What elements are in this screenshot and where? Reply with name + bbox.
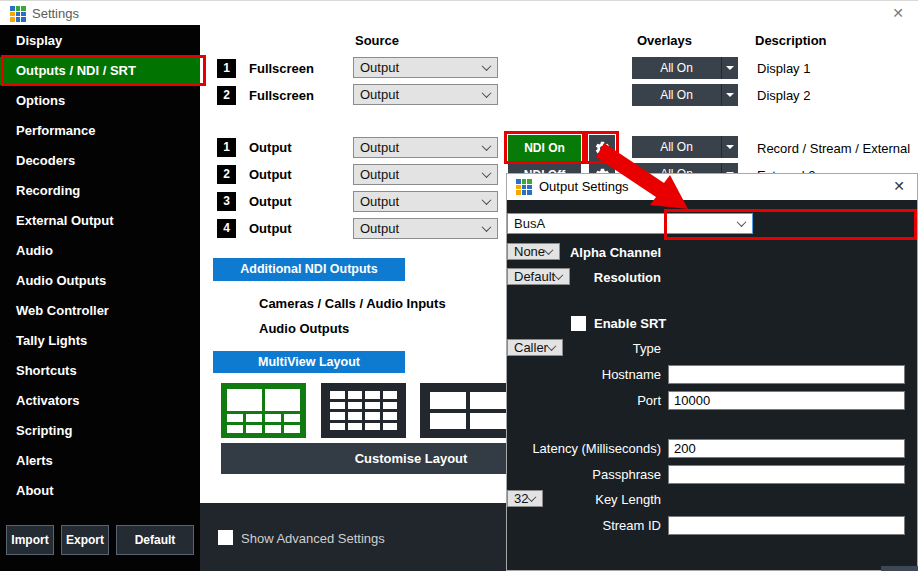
source-select-value: Output: [360, 140, 399, 155]
source-column-header: Source: [355, 33, 399, 48]
row-label: Fullscreen: [249, 61, 314, 76]
row-number-badge: 4: [217, 219, 236, 238]
window-title: Settings: [32, 6, 79, 21]
source-select-value: Output: [360, 194, 399, 209]
row-label: Fullscreen: [249, 88, 314, 103]
sidebar-item-audio[interactable]: Audio: [0, 237, 200, 265]
stream-id-label: Stream ID: [507, 518, 661, 533]
row-label: Output: [249, 221, 292, 236]
output-settings-gear-button[interactable]: [589, 135, 615, 161]
show-advanced-settings-checkbox[interactable]: [218, 530, 233, 545]
sidebar-item-scripting[interactable]: Scripting: [0, 417, 200, 445]
sidebar-item-web-controller[interactable]: Web Controller: [0, 297, 200, 325]
sidebar-item-shortcuts[interactable]: Shortcuts: [0, 357, 200, 385]
alpha-channel-select[interactable]: None: [507, 243, 560, 260]
show-advanced-settings-label: Show Advanced Settings: [241, 531, 385, 546]
ok-button-partial[interactable]: [881, 566, 918, 571]
sidebar-item-decoders[interactable]: Decoders: [0, 147, 200, 175]
export-button[interactable]: Export: [61, 525, 109, 555]
source-select[interactable]: Output: [353, 164, 498, 185]
enable-srt-checkbox[interactable]: [571, 316, 586, 331]
row-number-badge: 3: [217, 192, 236, 211]
sidebar-item-alerts[interactable]: Alerts: [0, 447, 200, 475]
sidebar-item-performance[interactable]: Performance: [0, 117, 200, 145]
hostname-label: Hostname: [507, 367, 661, 382]
settings-sidebar: Display Outputs / NDI / SRT Options Perf…: [0, 25, 200, 571]
overlay-button[interactable]: All On: [632, 84, 738, 106]
sidebar-item-audio-outputs[interactable]: Audio Outputs: [0, 267, 200, 295]
sidebar-item-external-output[interactable]: External Output: [0, 207, 200, 235]
chevron-down-icon: [482, 168, 492, 178]
chevron-down-icon: [554, 270, 564, 280]
key-length-select[interactable]: 32: [507, 490, 543, 507]
srt-type-select[interactable]: Caller: [507, 339, 563, 356]
dropdown-arrow-icon[interactable]: [721, 136, 738, 158]
ndi-on-button[interactable]: NDI On: [508, 135, 581, 161]
audio-channels-select[interactable]: BusA: [507, 213, 753, 234]
multiview-layout-thumbnail-selected[interactable]: [221, 383, 306, 438]
multiview-layout-thumbnail-quad[interactable]: [420, 383, 516, 438]
close-icon[interactable]: ✕: [893, 178, 905, 194]
sidebar-item-tally-lights[interactable]: Tally Lights: [0, 327, 200, 355]
source-select[interactable]: Output: [353, 84, 498, 105]
source-select-value: Output: [360, 167, 399, 182]
resolution-select[interactable]: Default: [507, 268, 570, 285]
latency-label: Latency (Milliseconds): [507, 441, 661, 456]
row-label: Output: [249, 194, 292, 209]
audio-outputs-label: Audio Outputs: [259, 321, 349, 336]
chevron-down-icon: [527, 492, 537, 502]
key-length-value: 32: [514, 491, 528, 506]
stream-id-input[interactable]: [668, 516, 905, 535]
fullscreen-row-1: 1 Fullscreen Output All On Display 1: [200, 56, 918, 84]
row-description: Display 1: [757, 61, 810, 76]
multiview-layout-button[interactable]: MultiView Layout: [213, 351, 405, 373]
sidebar-item-display[interactable]: Display: [0, 27, 200, 55]
vmix-logo-icon: [10, 6, 26, 22]
import-button[interactable]: Import: [6, 525, 54, 555]
close-icon[interactable]: ✕: [892, 5, 904, 21]
port-input[interactable]: [668, 391, 905, 410]
source-select[interactable]: Output: [353, 191, 498, 212]
overlay-button-label: All On: [632, 84, 721, 106]
cameras-calls-audio-inputs-label: Cameras / Calls / Audio Inputs: [259, 296, 446, 311]
dropdown-arrow-icon[interactable]: [721, 57, 738, 79]
source-select-value: Output: [360, 87, 399, 102]
sidebar-item-about[interactable]: About: [0, 477, 200, 505]
sidebar-item-recording[interactable]: Recording: [0, 177, 200, 205]
output-settings-dialog: Output Settings ✕ Audio Channels BusA Al…: [506, 173, 918, 571]
latency-input[interactable]: [668, 439, 905, 458]
window-titlebar: Settings ✕: [0, 0, 918, 25]
passphrase-input[interactable]: [668, 465, 905, 484]
chevron-down-icon: [482, 141, 492, 151]
sidebar-item-options[interactable]: Options: [0, 87, 200, 115]
multiview-layout-thumbnail-grid[interactable]: [321, 383, 406, 438]
overlay-button-label: All On: [632, 57, 721, 79]
description-column-header: Description: [755, 33, 827, 48]
overlay-button-label: All On: [632, 136, 721, 158]
overlays-column-header: Overlays: [637, 33, 692, 48]
row-number-badge: 1: [217, 59, 236, 78]
dialog-titlebar: Output Settings ✕: [507, 174, 917, 200]
overlay-button[interactable]: All On: [632, 57, 738, 79]
row-number-badge: 2: [217, 86, 236, 105]
gear-icon: [594, 140, 611, 157]
srt-type-value: Caller: [514, 340, 548, 355]
enable-srt-label: Enable SRT: [594, 316, 666, 331]
source-select-value: Output: [360, 60, 399, 75]
chevron-down-icon: [482, 195, 492, 205]
sidebar-item-activators[interactable]: Activators: [0, 387, 200, 415]
source-select[interactable]: Output: [353, 137, 498, 158]
additional-ndi-outputs-button[interactable]: Additional NDI Outputs: [213, 258, 405, 281]
overlay-button[interactable]: All On: [632, 136, 738, 158]
chevron-down-icon: [544, 245, 554, 255]
sidebar-item-outputs-ndi-srt[interactable]: Outputs / NDI / SRT: [0, 57, 200, 85]
source-select-value: Output: [360, 221, 399, 236]
source-select[interactable]: Output: [353, 218, 498, 239]
dialog-title: Output Settings: [539, 179, 629, 194]
hostname-input[interactable]: [668, 365, 905, 384]
default-button[interactable]: Default: [116, 525, 194, 555]
source-select[interactable]: Output: [353, 57, 498, 78]
dropdown-arrow-icon[interactable]: [721, 84, 738, 106]
fullscreen-row-2: 2 Fullscreen Output All On Display 2: [200, 83, 918, 111]
audio-channels-value: BusA: [514, 216, 545, 231]
